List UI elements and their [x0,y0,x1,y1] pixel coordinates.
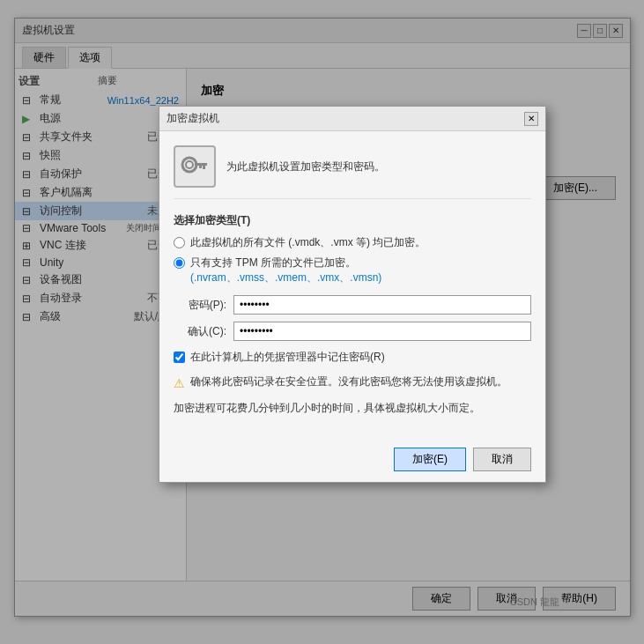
dialog-header: 为此虚拟机设置加密类型和密码。 [174,145,531,199]
dialog-footer: 加密(E) 取消 [159,440,545,482]
dialog-title-bar: 加密虚拟机 ✕ [159,107,545,131]
dialog-title: 加密虚拟机 [167,111,219,126]
password-label: 密码(P): [174,298,226,313]
radio-tpm-only: 只有支持 TPM 所需的文件已加密。(.nvram、.vmss、.vmem、.v… [174,255,531,285]
encryption-type-label: 选择加密类型(T) [174,213,531,228]
svg-rect-2 [195,163,207,166]
remember-password-row: 在此计算机上的凭据管理器中记住密码(R) [174,350,531,365]
dialog-icon [174,145,216,188]
info-text: 加密进程可花费几分钟到几小时的时间，具体视虚拟机大小而定。 [174,400,531,416]
svg-rect-3 [203,166,205,169]
radio-tpm-highlight: (.nvram、.vmss、.vmem、.vmx、.vmsn) [190,271,381,284]
confirm-input[interactable] [233,322,531,341]
warning-row: ⚠ 确保将此密码记录在安全位置。没有此密码您将无法使用该虚拟机。 [174,374,531,393]
dialog-desc: 为此虚拟机设置加密类型和密码。 [226,159,385,174]
radio-all-files-label: 此虚拟机的所有文件 (.vmdk、.vmx 等) 均已加密。 [190,235,426,250]
warning-icon: ⚠ [174,374,185,393]
radio-group: 此虚拟机的所有文件 (.vmdk、.vmx 等) 均已加密。 只有支持 TPM … [174,235,531,285]
svg-point-0 [182,158,196,172]
radio-all-files: 此虚拟机的所有文件 (.vmdk、.vmx 等) 均已加密。 [174,235,531,250]
key-icon [179,151,211,182]
encrypt-dialog: 加密虚拟机 ✕ 为此虚拟机设置加密类型和密码。 选择加密类型(T) 此虚拟机的 [159,106,546,483]
dialog-encrypt-button[interactable]: 加密(E) [394,448,466,471]
remember-password-label: 在此计算机上的凭据管理器中记住密码(R) [190,350,385,365]
dialog-cancel-button[interactable]: 取消 [473,448,531,471]
dialog-body: 为此虚拟机设置加密类型和密码。 选择加密类型(T) 此虚拟机的所有文件 (.vm… [159,131,545,440]
radio-tpm-input[interactable] [174,257,185,269]
password-row: 密码(P): [174,295,531,315]
radio-tpm-label: 只有支持 TPM 所需的文件已加密。(.nvram、.vmss、.vmem、.v… [190,255,531,285]
svg-rect-4 [199,166,202,168]
dialog-close-button[interactable]: ✕ [524,112,538,126]
warning-text: 确保将此密码记录在安全位置。没有此密码您将无法使用该虚拟机。 [190,374,507,389]
password-input[interactable] [233,295,531,315]
confirm-label: 确认(C): [174,324,226,339]
svg-point-1 [186,161,193,168]
confirm-row: 确认(C): [174,322,531,341]
radio-all-files-input[interactable] [174,237,185,248]
remember-password-checkbox[interactable] [174,352,185,363]
